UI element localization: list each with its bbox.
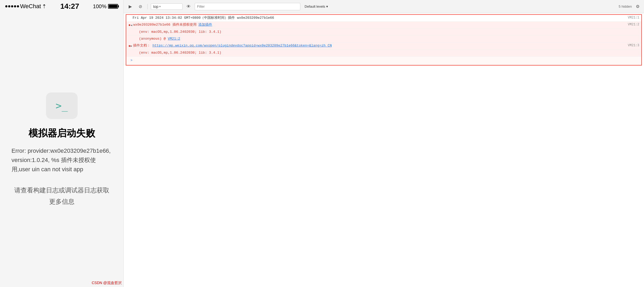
levels-selector[interactable]: Default levels ▾ <box>302 4 330 9</box>
error-hint-line2: 更多信息 <box>14 196 109 207</box>
signal-dot-3 <box>11 5 13 7</box>
more-arrow[interactable]: > <box>128 57 134 64</box>
error2-expand-arrow[interactable]: ▶ <box>130 44 132 48</box>
devtools-toolbar: ▶ ⊘ top ▾ 👁 Default levels ▾ 5 hidden ⚙ <box>124 0 644 13</box>
log-line-error1: ● ▼ wx0e203209e27b1e66 插件未授权使用 添加插件 VM21… <box>126 22 641 29</box>
error2-location[interactable]: VM21:3 <box>628 43 639 48</box>
context-selector[interactable]: top ▾ <box>151 3 183 10</box>
log-line-error2: ● ▶ 插件文档： https://mp.weixin.qq.com/wxope… <box>126 43 641 50</box>
eye-button[interactable]: 👁 <box>185 3 193 11</box>
csdn-watermark: CSDN @混血哲沢 <box>92 281 122 285</box>
battery-fill <box>109 5 117 8</box>
log-line-more: > <box>126 57 641 65</box>
error1-link[interactable]: 添加插件 <box>198 23 212 27</box>
error-hint: 请查看构建日志或调试器日志获取 更多信息 <box>14 184 109 207</box>
phone-content: >_ 模拟器启动失败 Error: provider:wx0e203209e27… <box>6 13 117 287</box>
levels-arrow-icon: ▾ <box>326 4 328 8</box>
phone-simulator-panel: WeChat ⇡ 14:27 100% >_ 模拟器启动失败 Error: pr… <box>0 0 124 287</box>
wifi-icon: ⇡ <box>42 3 46 10</box>
log-line-error1-detail1: (env: macOS,mp,1.06.2402030; lib: 3.4.1) <box>126 29 641 36</box>
error1-text: wx0e203209e27b1e66 插件未授权使用 <box>133 23 196 27</box>
error2-link[interactable]: https://mp.weixin.qq.com/wxopen/pluginde… <box>152 44 332 48</box>
error1-main-text: wx0e203209e27b1e66 插件未授权使用 添加插件 <box>133 22 626 28</box>
error-group: Fri Apr 19 2024 13:34:02 GMT+0800（中国标准时间… <box>126 14 642 66</box>
terminal-icon: >_ <box>46 92 78 119</box>
error-hint-line1: 请查看构建日志或调试器日志获取 <box>14 184 109 196</box>
gear-icon: ⚙ <box>636 4 640 9</box>
console-area: Fri Apr 19 2024 13:34:02 GMT+0800（中国标准时间… <box>124 13 644 287</box>
error2-detail1: (env: macOS,mp,1.06.2402030; lib: 3.4.1) <box>139 50 639 56</box>
phone-status-bar: WeChat ⇡ 14:27 100% <box>0 0 123 13</box>
play-icon: ▶ <box>129 4 132 9</box>
phone-dots <box>5 5 19 7</box>
error1-detail1: (env: macOS,mp,1.06.2402030; lib: 3.4.1) <box>139 29 639 35</box>
phone-time: 14:27 <box>60 2 79 11</box>
error-title: 模拟器启动失败 <box>29 127 95 140</box>
stop-icon: ⊘ <box>139 4 142 9</box>
error1-detail2-link[interactable]: VM21:2 <box>168 37 180 41</box>
phone-signal: WeChat ⇡ <box>5 3 46 10</box>
error-description: Error: provider:wx0e203209e27b1e66, vers… <box>12 146 112 174</box>
signal-dot-2 <box>8 5 10 7</box>
battery-icon <box>108 4 118 9</box>
filter-input[interactable] <box>195 3 300 10</box>
signal-dot-5 <box>17 5 19 7</box>
toolbar-separator-1 <box>147 4 148 9</box>
settings-button[interactable]: ⚙ <box>634 3 641 10</box>
terminal-symbol: >_ <box>56 100 68 112</box>
timestamp-text: Fri Apr 19 2024 13:34:02 GMT+0800（中国标准时间… <box>133 15 626 21</box>
devtools-panel: ▶ ⊘ top ▾ 👁 Default levels ▾ 5 hidden ⚙ <box>124 0 644 287</box>
signal-dot-1 <box>5 5 7 7</box>
error1-expand-arrow[interactable]: ▼ <box>129 25 133 26</box>
error2-prefix: 插件文档： <box>133 44 150 48</box>
error1-location[interactable]: VM21:2 <box>628 22 639 27</box>
signal-dot-4 <box>14 5 16 7</box>
eye-icon: 👁 <box>186 4 191 9</box>
log-line-error1-detail2: (anonymous) @ VM21:2 <box>126 36 641 43</box>
timestamp-location[interactable]: VM21:1 <box>628 15 639 20</box>
log-line-error2-detail1: (env: macOS,mp,1.06.2402030; lib: 3.4.1) <box>126 50 641 57</box>
play-button[interactable]: ▶ <box>126 3 134 11</box>
context-value: top <box>153 4 158 9</box>
log-line-timestamp: Fri Apr 19 2024 13:34:02 GMT+0800（中国标准时间… <box>126 15 641 22</box>
error1-anon-text: (anonymous) @ <box>139 37 166 41</box>
hidden-count: 5 hidden <box>619 4 632 8</box>
carrier-label: WeChat <box>20 3 41 10</box>
error2-icon: ● <box>128 43 130 49</box>
battery-percent: 100% <box>93 3 106 10</box>
context-arrow-icon: ▾ <box>159 5 161 8</box>
error2-content: 插件文档： https://mp.weixin.qq.com/wxopen/pl… <box>133 43 626 49</box>
levels-label: Default levels <box>305 4 325 8</box>
error1-detail2: (anonymous) @ VM21:2 <box>139 36 639 42</box>
stop-button[interactable]: ⊘ <box>136 3 144 11</box>
phone-battery: 100% <box>93 3 118 10</box>
